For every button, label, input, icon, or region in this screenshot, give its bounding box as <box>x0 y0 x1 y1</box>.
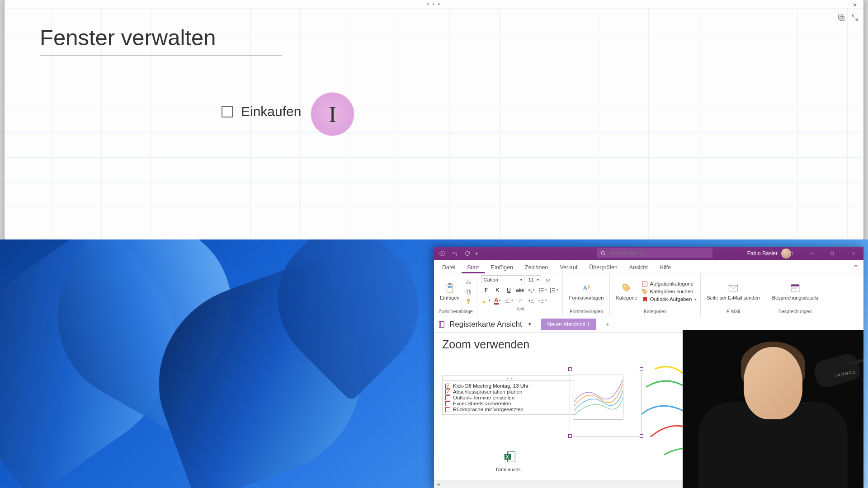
todo-row[interactable]: Rücksprache mit Vorgesetzten <box>445 407 575 412</box>
close-icon[interactable]: ✕ <box>852 2 858 8</box>
svg-point-17 <box>539 291 540 292</box>
align-icon[interactable]: ▾ <box>504 296 514 305</box>
add-section-button[interactable]: ＋ <box>603 319 613 329</box>
cut-icon[interactable] <box>463 277 473 286</box>
ribbon-mode-icon[interactable] <box>780 247 801 260</box>
todo-row[interactable]: Abschlusspräsentation planen <box>445 389 575 394</box>
note-container[interactable]: ● ● Kick-Off Meeting Montag, 13 UhrAbsch… <box>442 375 578 415</box>
group-email: Seite per E-Mail senden E-Mail <box>701 273 766 316</box>
checkbox-icon[interactable] <box>222 106 233 117</box>
page-title[interactable]: Fenster verwalten <box>40 25 282 50</box>
todo-label: Rücksprache mit Vorgesetzten <box>453 407 524 412</box>
tab-ansicht[interactable]: Ansicht <box>624 262 653 273</box>
todo-label: Abschlusspräsentation planen <box>453 389 522 394</box>
ribbon: Einfügen Zwischenablage Calibri▾ 11▾ A <box>434 273 863 316</box>
minimize-icon[interactable] <box>801 247 822 260</box>
search-input[interactable] <box>610 250 709 256</box>
undo-icon[interactable] <box>449 249 460 258</box>
styles-icon: A <box>580 282 592 294</box>
back-icon[interactable] <box>437 249 448 258</box>
todo-label[interactable]: Einkaufen <box>241 104 301 119</box>
sync-icon[interactable] <box>462 249 473 258</box>
copy-icon[interactable] <box>463 287 473 296</box>
group-label-email: E-Mail <box>726 308 740 315</box>
font-name-dropdown[interactable]: Calibri▾ <box>481 275 524 284</box>
group-label-text: Text <box>516 305 524 312</box>
embedded-image[interactable] <box>574 375 623 420</box>
todo-row[interactable]: Outlook-Termine einstellen <box>445 395 575 400</box>
tab-ueberpruefen[interactable]: Überprüfen <box>584 262 623 273</box>
paste-button[interactable]: Einfügen <box>438 281 462 302</box>
svg-text:A: A <box>545 277 548 282</box>
todo-row[interactable]: Excel-Sheets vorbereiten <box>445 401 575 406</box>
drag-handle-dots[interactable]: ● ● ● <box>427 2 441 6</box>
meeting-details-button[interactable]: Besprechungsdetails <box>770 281 821 302</box>
notebook-name[interactable]: Registerkarte Ansicht <box>449 320 522 329</box>
font-color-icon[interactable]: A▾ <box>492 296 502 305</box>
tab-verlauf[interactable]: Verlauf <box>554 262 583 273</box>
bullets-icon[interactable]: ▾ <box>538 286 547 295</box>
clear-formatting-icon[interactable]: A <box>542 275 552 284</box>
todo-label: Excel-Sheets vorbereiten <box>453 401 511 406</box>
horizontal-scrollbar[interactable]: ◂ ▸ <box>434 480 701 488</box>
italic-icon[interactable]: K <box>492 286 502 295</box>
clipboard-icon <box>444 282 456 294</box>
indent-icon[interactable]: ▾ <box>538 296 547 305</box>
svg-rect-27 <box>793 287 794 289</box>
maximize-icon[interactable] <box>822 247 843 260</box>
note-drag-handle[interactable]: ● ● <box>442 375 578 380</box>
chevron-down-icon[interactable]: ▾ <box>474 251 479 256</box>
format-painter-icon[interactable] <box>463 297 473 306</box>
tab-start[interactable]: Start <box>462 262 484 273</box>
subscript-icon[interactable]: x2▾ <box>526 286 536 295</box>
group-categories: Kategorie Aufgabenkategorie Kategorien s… <box>610 273 701 316</box>
tab-hilfe[interactable]: Hilfe <box>654 262 676 273</box>
todo-row[interactable]: Einkaufen <box>222 104 301 119</box>
svg-text:3: 3 <box>550 291 552 293</box>
tab-einfuegen[interactable]: Einfügen <box>486 262 519 273</box>
clear-icon[interactable] <box>515 296 525 305</box>
group-label-styles: Formatvorlagen <box>570 308 603 315</box>
styles-button[interactable]: A Formatvorlagen <box>566 281 606 302</box>
svg-rect-5 <box>831 252 834 255</box>
checkbox-icon[interactable] <box>445 384 450 389</box>
numbering-icon[interactable]: 123▾ <box>549 286 559 295</box>
svg-rect-12 <box>467 290 469 293</box>
ribbon-tabs: Datei Start Einfügen Zeichnen Verlauf Üb… <box>434 260 863 273</box>
envelope-icon <box>727 282 739 294</box>
top-window-titlebar[interactable]: ● ● ● ✕ <box>5 0 863 8</box>
tab-datei[interactable]: Datei <box>437 262 461 273</box>
outlook-tasks-button[interactable]: Outlook-Aufgaben▾ <box>642 296 697 303</box>
search-categories-button[interactable]: Kategorien suchen <box>642 288 693 295</box>
svg-point-16 <box>539 290 540 291</box>
excel-attachment[interactable]: X Dateiausdr... <box>492 450 528 472</box>
strike-icon[interactable]: abc <box>515 286 525 295</box>
collapse-ribbon-icon[interactable] <box>853 263 860 270</box>
window-close-icon[interactable] <box>843 247 863 260</box>
category-button[interactable]: Kategorie <box>613 281 639 302</box>
onenote-titlebar[interactable]: ▾ Zoom verwenden - OneNote Fabio Basler <box>434 247 863 260</box>
outdent-icon[interactable] <box>526 296 536 305</box>
cursor-highlight: I <box>311 93 354 136</box>
svg-rect-8 <box>448 286 452 287</box>
search-box[interactable] <box>597 248 712 258</box>
bold-icon[interactable]: F <box>481 286 491 295</box>
todo-label: Outlook-Termine einstellen <box>453 395 514 400</box>
notebook-icon[interactable] <box>438 320 446 328</box>
task-category-button[interactable]: Aufgabenkategorie <box>642 281 694 287</box>
font-size-dropdown[interactable]: 11▾ <box>526 275 541 284</box>
tab-zeichnen[interactable]: Zeichnen <box>519 262 553 273</box>
chevron-down-icon[interactable]: ▼ <box>528 322 532 327</box>
checkbox-icon[interactable] <box>445 401 450 406</box>
image-selection-frame[interactable] <box>570 369 642 436</box>
highlight-icon[interactable]: ▾ <box>481 296 491 305</box>
section-tab[interactable]: Neuer Abschnitt 1 <box>541 319 597 330</box>
checkbox-icon[interactable] <box>445 407 450 412</box>
scroll-left-icon[interactable]: ◂ <box>434 480 442 488</box>
checkbox-icon[interactable] <box>445 395 450 400</box>
checkbox-icon[interactable] <box>445 389 450 394</box>
group-text: Calibri▾ 11▾ A F K U abc x2▾ ▾ 123▾ ▾ A▾… <box>477 273 563 316</box>
underline-icon[interactable]: U <box>504 286 514 295</box>
todo-row[interactable]: Kick-Off Meeting Montag, 13 Uhr <box>445 383 575 389</box>
email-page-button[interactable]: Seite per E-Mail senden <box>704 281 762 302</box>
